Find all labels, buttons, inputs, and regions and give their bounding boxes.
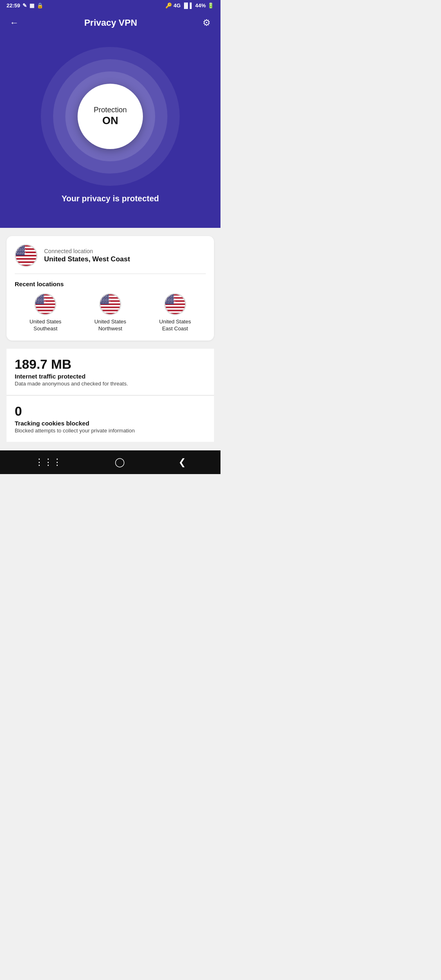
svg-text:★★★★★: ★★★★★ bbox=[101, 302, 109, 304]
traffic-title: Internet traffic protected bbox=[15, 373, 206, 380]
recent-name-eastcoast: United States East Coast bbox=[159, 318, 191, 332]
svg-rect-50 bbox=[165, 308, 185, 310]
connected-location-label: Connected location bbox=[44, 248, 130, 254]
nav-back[interactable]: ❮ bbox=[178, 457, 186, 468]
svg-text:★★★★★: ★★★★★ bbox=[166, 302, 174, 304]
connected-flag: ★★★★★★ ★★★★★ ★★★★★★ ★★★★★ ★★★★★★ ★★★★★ bbox=[15, 244, 38, 267]
network-label: 4G bbox=[174, 2, 180, 9]
app-title: Privacy VPN bbox=[84, 18, 137, 28]
recent-name-southeast: United States Southeast bbox=[29, 318, 61, 332]
connected-location-row[interactable]: ★★★★★★ ★★★★★ ★★★★★★ ★★★★★ ★★★★★★ ★★★★★ C… bbox=[15, 244, 206, 274]
svg-rect-35 bbox=[100, 308, 120, 310]
protection-status: ON bbox=[102, 114, 118, 127]
settings-button[interactable]: ⚙ bbox=[201, 16, 212, 30]
connected-location-name: United States, West Coast bbox=[44, 255, 130, 263]
nav-bar: ⋮⋮⋮ ◯ ❮ bbox=[0, 450, 220, 474]
svg-text:★★★★★: ★★★★★ bbox=[17, 253, 25, 255]
signal-icon: ▐▌▌ bbox=[182, 2, 194, 9]
time-display: 22:59 bbox=[7, 2, 20, 9]
sd-icon: ▦ bbox=[29, 2, 34, 9]
recent-item-northwest[interactable]: ★★★★★★ ★★★★★ ★★★★★★ ★★★★★ ★★★★★★ ★★★★★ U… bbox=[80, 293, 141, 332]
location-card: ★★★★★★ ★★★★★ ★★★★★★ ★★★★★ ★★★★★★ ★★★★★ C… bbox=[7, 236, 214, 341]
status-right: 🔑 4G ▐▌▌ 44% 🔋 bbox=[165, 2, 214, 9]
recent-name-northwest: United States Northwest bbox=[94, 318, 126, 332]
flag-southeast: ★★★★★★ ★★★★★ ★★★★★★ ★★★★★ ★★★★★★ ★★★★★ bbox=[34, 293, 56, 315]
hero-section: Protection ON Your privacy is protected bbox=[0, 35, 220, 228]
svg-rect-6 bbox=[16, 263, 37, 265]
lock-icon: 🔒 bbox=[37, 2, 43, 9]
protection-toggle[interactable]: Protection ON bbox=[78, 84, 143, 149]
svg-rect-5 bbox=[16, 260, 37, 261]
main-content: ★★★★★★ ★★★★★ ★★★★★★ ★★★★★ ★★★★★★ ★★★★★ C… bbox=[0, 228, 220, 450]
recent-locations-list: ★★★★★★ ★★★★★ ★★★★★★ ★★★★★ ★★★★★★ ★★★★★ U… bbox=[15, 293, 206, 332]
svg-rect-49 bbox=[165, 305, 185, 307]
svg-rect-4 bbox=[16, 256, 37, 258]
cookies-title: Tracking cookies blocked bbox=[15, 420, 206, 427]
edit-icon: ✎ bbox=[22, 2, 27, 9]
svg-rect-19 bbox=[35, 305, 56, 307]
nav-recent-apps[interactable]: ⋮⋮⋮ bbox=[35, 457, 62, 468]
connected-location-info: Connected location United States, West C… bbox=[44, 248, 130, 263]
protection-label: Protection bbox=[94, 106, 127, 114]
app-header: ← Privacy VPN ⚙ bbox=[0, 11, 220, 35]
cookies-stat: 0 Tracking cookies blocked Blocked attem… bbox=[7, 396, 214, 442]
svg-rect-20 bbox=[35, 308, 56, 310]
cookies-value: 0 bbox=[15, 404, 206, 419]
circles-container: Protection ON bbox=[41, 47, 180, 186]
traffic-desc: Data made anonymous and checked for thre… bbox=[15, 381, 206, 387]
key-icon: 🔑 bbox=[165, 2, 172, 9]
recent-item-eastcoast[interactable]: ★★★★★★ ★★★★★ ★★★★★★ ★★★★★ ★★★★★★ ★★★★★ U… bbox=[144, 293, 206, 332]
traffic-value: 189.7 MB bbox=[15, 357, 206, 372]
status-bar: 22:59 ✎ ▦ 🔒 🔑 4G ▐▌▌ 44% 🔋 bbox=[0, 0, 220, 11]
recent-section: Recent locations bbox=[15, 281, 206, 332]
back-button[interactable]: ← bbox=[8, 16, 20, 30]
svg-text:★★★★★: ★★★★★ bbox=[37, 302, 45, 304]
cookies-desc: Blocked attempts to collect your private… bbox=[15, 428, 206, 434]
hero-subtitle: Your privacy is protected bbox=[62, 194, 159, 203]
battery-label: 44% bbox=[195, 2, 206, 9]
recent-title: Recent locations bbox=[15, 281, 206, 287]
recent-item-southeast[interactable]: ★★★★★★ ★★★★★ ★★★★★★ ★★★★★ ★★★★★★ ★★★★★ U… bbox=[15, 293, 76, 332]
status-left: 22:59 ✎ ▦ 🔒 bbox=[7, 2, 43, 9]
svg-rect-36 bbox=[100, 311, 120, 313]
svg-rect-21 bbox=[35, 311, 56, 313]
nav-home[interactable]: ◯ bbox=[115, 457, 125, 468]
svg-rect-51 bbox=[165, 311, 185, 313]
flag-eastcoast: ★★★★★★ ★★★★★ ★★★★★★ ★★★★★ ★★★★★★ ★★★★★ bbox=[164, 293, 186, 315]
svg-rect-34 bbox=[100, 305, 120, 307]
battery-icon: 🔋 bbox=[207, 2, 214, 9]
flag-northwest: ★★★★★★ ★★★★★ ★★★★★★ ★★★★★ ★★★★★★ ★★★★★ bbox=[99, 293, 121, 315]
traffic-stat: 189.7 MB Internet traffic protected Data… bbox=[7, 349, 214, 395]
